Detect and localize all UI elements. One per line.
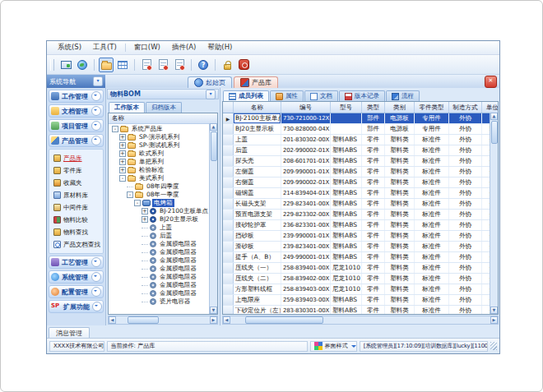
cell-类型[interactable]: 零件 bbox=[362, 145, 385, 155]
tree-node[interactable]: +欧式系列 bbox=[110, 150, 209, 158]
column-header-型号[interactable]: 型号 bbox=[331, 102, 362, 113]
cell-零件类型[interactable]: 标准件 bbox=[415, 263, 449, 273]
cell-编号[interactable]: 209-990001-01X bbox=[281, 167, 331, 177]
table-row[interactable]: 探头壳208-601701-01X塑料ABS零件塑料类标准件外协条 bbox=[223, 156, 498, 167]
sidebar-item-物料查找[interactable]: 物料查找 bbox=[53, 226, 102, 238]
cell-类型[interactable]: 零件 bbox=[362, 188, 385, 198]
sidebar-item-原材料库[interactable]: 原材料库 bbox=[53, 189, 102, 201]
cell-类型[interactable]: 部件 bbox=[362, 113, 385, 123]
cell-制造方式[interactable]: 外协 bbox=[449, 274, 482, 284]
table-row[interactable]: BJ20主显示板730-828000-04X部件电源板专用件外协颗 bbox=[223, 124, 498, 135]
chevron-down-icon[interactable] bbox=[91, 287, 101, 297]
expand-icon[interactable]: + bbox=[119, 142, 126, 149]
cell-零件类型[interactable]: 标准件 bbox=[415, 295, 449, 305]
tree-node[interactable]: +SP-演示机系列 bbox=[110, 133, 209, 141]
chevron-down-icon[interactable] bbox=[91, 257, 101, 267]
cell-类型[interactable]: 零件 bbox=[362, 242, 385, 251]
table-row[interactable]: 磁钢盖214-839404-01X塑料ABS零件塑料类标准件外协条 bbox=[223, 188, 498, 199]
cell-零件类型[interactable]: 标准件 bbox=[415, 167, 449, 177]
sidebar-group-工艺管理[interactable]: 工艺管理 bbox=[49, 256, 104, 269]
tree-node[interactable]: 金属膜电阻器 bbox=[110, 248, 209, 256]
column-header-制造方式[interactable]: 制造方式 bbox=[449, 102, 482, 113]
sidebar-group-系统管理[interactable]: 系统管理 bbox=[49, 270, 104, 284]
table-row[interactable]: 压线夹（二）258-839402-00X尼龙1010零件塑料类标准件外协条 bbox=[223, 274, 498, 284]
column-header-零件类型[interactable]: 零件类型 bbox=[415, 102, 449, 113]
tab-归档版本[interactable]: 归档版本 bbox=[146, 102, 182, 113]
cell-名称[interactable]: 上电限座 bbox=[234, 295, 281, 305]
cell-名称[interactable]: 挡砂板 bbox=[234, 231, 281, 241]
tree-node[interactable]: 金属膜电阻器 bbox=[110, 281, 209, 289]
cell-型号[interactable]: 尼龙1010 bbox=[331, 274, 362, 284]
sidebar-options-button[interactable]: ▾ bbox=[93, 76, 103, 86]
column-header-类型[interactable]: 类型 bbox=[362, 102, 385, 113]
tab-message-manager[interactable]: 消息管理 bbox=[49, 327, 90, 338]
expand-icon[interactable]: + bbox=[119, 159, 126, 165]
cell-制造方式[interactable]: 外协 bbox=[449, 135, 482, 145]
tree-node[interactable]: -08年一季度 bbox=[110, 191, 209, 199]
table-row[interactable]: 方形塑料线框258-839403-00X尼龙1010零件塑料类标准件外协条 bbox=[223, 284, 498, 295]
table-row[interactable]: 接砂轮护罩236-823301-00X塑料ABS零件塑料类标准件外协条 bbox=[223, 220, 498, 231]
menu-item[interactable]: 插件(A) bbox=[166, 42, 202, 53]
scroll-up-icon[interactable]: ▲ bbox=[490, 113, 498, 120]
cell-类型[interactable]: 零件 bbox=[362, 284, 385, 294]
sidebar-group-工作管理[interactable]: 工作管理 bbox=[49, 90, 104, 103]
cell-类别[interactable]: 塑料类 bbox=[385, 210, 415, 219]
cell-型号[interactable] bbox=[331, 113, 362, 123]
cell-名称[interactable]: 提手（A、B） bbox=[234, 252, 281, 262]
bom-panel-pin-button[interactable]: ▾ bbox=[206, 90, 216, 99]
tree-node[interactable]: 金属膜电阻器 bbox=[110, 289, 209, 297]
cell-零件类型[interactable]: 标准件 bbox=[415, 199, 449, 209]
ui-style-dropdown[interactable]: 界面样式 bbox=[310, 341, 357, 352]
cell-编号[interactable]: 258-839401-00X bbox=[281, 263, 331, 273]
cell-类别[interactable]: 塑料类 bbox=[385, 156, 415, 166]
cell-编号[interactable]: 730-828000-04X bbox=[281, 124, 331, 134]
cell-零件类型[interactable]: 标准件 bbox=[415, 231, 449, 241]
cell-制造方式[interactable]: 外协 bbox=[449, 156, 482, 166]
cell-零件类型[interactable]: 标准件 bbox=[415, 242, 449, 251]
cell-类型[interactable]: 部件 bbox=[362, 124, 385, 134]
expand-icon[interactable]: + bbox=[119, 150, 126, 157]
cell-型号[interactable]: 塑料ABS bbox=[331, 145, 362, 155]
cell-名称[interactable]: 左侧盖 bbox=[234, 167, 281, 177]
sidebar-group-产品管理[interactable]: 产品管理 bbox=[49, 134, 104, 147]
form-open-button[interactable] bbox=[155, 58, 170, 72]
table-row[interactable]: 长磁头支架229-823401-00X塑料ABS零件塑料类标准件外协条 bbox=[223, 199, 498, 210]
cell-制造方式[interactable]: 外协 bbox=[449, 231, 482, 241]
cell-名称[interactable]: 后盖 bbox=[234, 145, 281, 155]
cell-类别[interactable]: 塑料类 bbox=[385, 284, 415, 294]
cell-型号[interactable]: 塑料ABS bbox=[331, 220, 362, 230]
cell-制造方式[interactable]: 外协 bbox=[449, 306, 482, 315]
grid-button[interactable] bbox=[115, 58, 130, 72]
cell-类别[interactable]: 塑料类 bbox=[385, 167, 415, 177]
table-row[interactable]: 压线夹（一）258-839401-00X尼龙1010零件塑料类标准件外协条 bbox=[223, 263, 498, 274]
table-row[interactable]: 滑砂板239-823401-00X塑料ABS零件塑料类标准件外协条 bbox=[223, 242, 498, 252]
cell-类型[interactable]: 零件 bbox=[362, 263, 385, 273]
table-row[interactable]: 上盖201-830302-00X塑料ABS零件塑料类标准件外协条 bbox=[223, 135, 498, 145]
scroll-right-icon[interactable]: ▶ bbox=[490, 316, 498, 324]
scroll-left-icon[interactable]: ◀ bbox=[223, 316, 230, 324]
chevron-down-icon[interactable] bbox=[91, 121, 101, 131]
table-row[interactable]: 提手（A、B）249-990001-01X塑料ABS零件塑料类标准件外协条 bbox=[223, 252, 498, 263]
cell-编号[interactable]: 239-823401-00X bbox=[281, 242, 331, 251]
sidebar-group-文档管理[interactable]: 文档管理 bbox=[49, 104, 104, 118]
cell-编号[interactable]: 208-601701-01X bbox=[281, 156, 331, 166]
cell-零件类型[interactable]: 标准件 bbox=[415, 284, 449, 294]
table-row[interactable]: 下砂定位片（左）283-830301-00X塑料ABS零件塑料类标准件外协条 bbox=[223, 306, 498, 315]
cell-类型[interactable]: 零件 bbox=[362, 156, 385, 166]
tab-流程[interactable]: 流程 bbox=[386, 90, 420, 101]
cell-型号[interactable]: 塑料ABS bbox=[331, 306, 362, 315]
cell-型号[interactable]: 塑料ABS bbox=[331, 199, 362, 209]
form-new-button[interactable] bbox=[139, 58, 154, 72]
exit-button[interactable] bbox=[236, 58, 251, 72]
cell-零件类型[interactable]: 标准件 bbox=[415, 210, 449, 219]
cell-类型[interactable]: 零件 bbox=[362, 220, 385, 230]
table-row[interactable]: ▶BJ-2100主板单点730-721000-12X部件电源板专用件外协颗 bbox=[223, 113, 498, 124]
cell-零件类型[interactable]: 标准件 bbox=[415, 274, 449, 284]
cell-型号[interactable]: 尼龙1010 bbox=[331, 263, 362, 273]
scroll-thumb[interactable] bbox=[491, 121, 498, 144]
tree-node[interactable]: -美式系列 bbox=[110, 174, 209, 182]
cell-类型[interactable]: 零件 bbox=[362, 295, 385, 305]
sidebar-item-收藏夹[interactable]: 收藏夹 bbox=[53, 177, 102, 189]
tree-vertical-scrollbar[interactable]: ▲ ▼ bbox=[209, 123, 217, 314]
cell-制造方式[interactable]: 外协 bbox=[449, 188, 482, 198]
